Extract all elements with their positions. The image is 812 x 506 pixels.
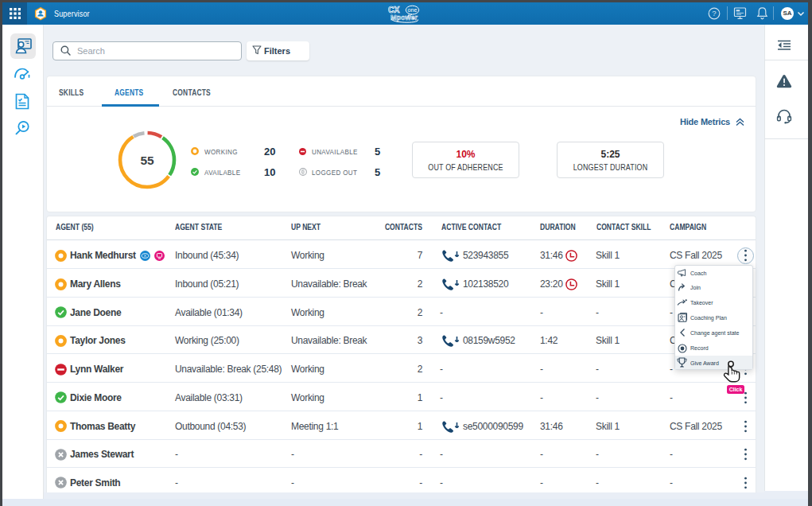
svg-text:Mpower: Mpower xyxy=(390,14,418,21)
svg-text:?: ? xyxy=(712,9,716,18)
svg-text:55: 55 xyxy=(140,154,154,167)
